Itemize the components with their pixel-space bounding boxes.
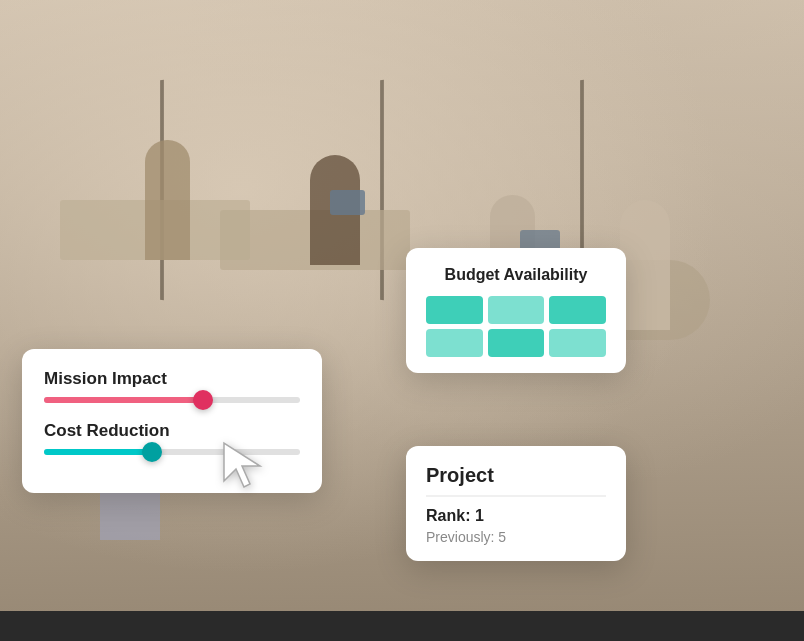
sliders-card: Mission Impact Cost Reduction (22, 349, 322, 493)
mission-impact-label: Mission Impact (44, 369, 300, 389)
bottom-bar (0, 611, 804, 641)
mission-impact-fill (44, 397, 203, 403)
budget-cell-5 (488, 329, 545, 357)
background-image (0, 0, 804, 641)
svg-marker-0 (224, 443, 260, 487)
project-rank: Rank: 1 (426, 507, 606, 525)
budget-cell-4 (426, 329, 483, 357)
budget-title: Budget Availability (426, 266, 606, 284)
mission-impact-thumb[interactable] (193, 390, 213, 410)
project-card: Project Rank: 1 Previously: 5 (406, 446, 626, 561)
cost-reduction-fill (44, 449, 152, 455)
project-previously: Previously: 5 (426, 529, 606, 545)
budget-cell-6 (549, 329, 606, 357)
budget-card: Budget Availability (406, 248, 626, 373)
cost-reduction-label: Cost Reduction (44, 421, 300, 441)
budget-cell-3 (549, 296, 606, 324)
budget-cell-1 (426, 296, 483, 324)
budget-grid (426, 296, 606, 357)
budget-cell-2 (488, 296, 545, 324)
project-divider (426, 495, 606, 497)
mission-impact-track[interactable] (44, 397, 300, 403)
project-title: Project (426, 464, 606, 487)
cost-reduction-thumb[interactable] (142, 442, 162, 462)
